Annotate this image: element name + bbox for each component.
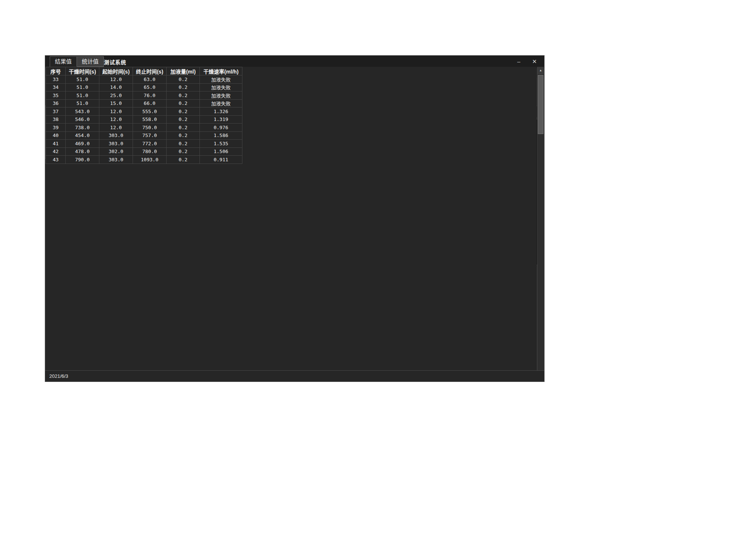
table-cell: 303.0 [99,131,133,140]
table-cell: 772.0 [133,140,167,148]
table-cell: 15.0 [99,99,133,108]
table-cell: 303.0 [99,140,133,148]
table-cell: 51.0 [66,91,99,100]
table-cell: 51.0 [66,99,99,108]
table-cell: 303.0 [99,156,133,164]
table-cell: 0.2 [167,131,200,140]
table-header-row: 序号干燥时间(s)起始时间(s)终止时间(s)加液量(ml)干燥速率(ml/h) [46,67,242,75]
table-row[interactable]: 3451.014.065.00.2加液失败 [46,83,242,91]
table-cell: 12.0 [99,115,133,124]
table-cell: 39 [46,124,66,132]
table-cell: 40 [46,131,66,140]
table-cell: 738.0 [66,124,99,132]
table-cell: 35 [46,91,66,100]
table-cell: 36 [46,99,66,108]
table-cell: 0.2 [167,115,200,124]
column-header: 序号 [46,67,66,75]
table-cell: 51.0 [66,83,99,91]
table-cell: 0.2 [167,75,200,84]
table-cell: 1093.0 [133,156,167,164]
status-date: 2021/6/3 [49,373,68,379]
results-tabs: 结果值 统计值 [50,56,104,67]
table-cell: 0.2 [167,156,200,164]
table-cell: 1.326 [200,108,242,116]
table-cell: 0.2 [167,91,200,100]
table-cell: 0.2 [167,147,200,156]
status-bar: 2021/6/3 [45,370,544,382]
table-cell: 0.2 [167,99,200,108]
table-row[interactable]: 39738.012.0750.00.20.976 [46,124,242,132]
table-cell: 546.0 [66,115,99,124]
table-cell: 790.0 [66,156,99,164]
table-cell: 469.0 [66,140,99,148]
table-row[interactable]: 37543.012.0555.00.21.326 [46,108,242,116]
table-row[interactable]: 3351.012.063.00.2加液失败 [46,75,242,84]
vertical-scrollbar[interactable]: ▲ ▼ [537,67,544,381]
table-row[interactable]: 43790.0303.01093.00.20.911 [46,156,242,164]
table-row[interactable]: 38546.012.0558.00.21.319 [46,115,242,124]
table-cell: 34 [46,83,66,91]
close-button[interactable]: ✕ [530,57,539,66]
column-header: 干燥速率(ml/h) [200,67,242,75]
table-cell: 1.506 [200,147,242,156]
table-cell: 0.2 [167,83,200,91]
table-cell: 51.0 [66,75,99,84]
table-cell: 0.2 [167,108,200,116]
minimize-button[interactable]: – [514,57,524,66]
results-panel: 结果值 统计值 序号干燥时间(s)起始时间(s)终止时间(s)加液量(ml)干燥… [45,56,427,159]
table-cell: 37 [46,108,66,116]
tab-result-values[interactable]: 结果值 [50,56,77,67]
table-cell: 543.0 [66,108,99,116]
table-cell: 66.0 [133,99,167,108]
table-cell: 76.0 [133,91,167,100]
results-table-container: 序号干燥时间(s)起始时间(s)终止时间(s)加液量(ml)干燥速率(ml/h)… [46,67,537,381]
column-header: 终止时间(s) [133,67,167,75]
table-cell: 14.0 [99,83,133,91]
app-window: MB290C干燥速率测试系统 – ✕ 文件管理 系统设置 关于 新建打开保存删除… [45,55,545,382]
table-cell: 1.535 [200,140,242,148]
table-cell: 42 [46,147,66,156]
table-cell: 0.2 [167,124,200,132]
table-cell: 33 [46,75,66,84]
table-row[interactable]: 3651.015.066.00.2加液失败 [46,99,242,108]
table-cell: 12.0 [99,124,133,132]
column-header: 起始时间(s) [99,67,133,75]
table-cell: 757.0 [133,131,167,140]
table-cell: 478.0 [66,147,99,156]
table-cell: 12.0 [99,75,133,84]
table-cell: 555.0 [133,108,167,116]
table-cell: 38 [46,115,66,124]
table-cell: 25.0 [99,91,133,100]
column-header: 干燥时间(s) [66,67,99,75]
table-cell: 63.0 [133,75,167,84]
table-cell: 12.0 [99,108,133,116]
table-cell: 加液失败 [200,75,242,84]
table-cell: 65.0 [133,83,167,91]
table-row[interactable]: 42478.0302.0780.00.21.506 [46,147,242,156]
table-cell: 0.911 [200,156,242,164]
table-cell: 1.319 [200,115,242,124]
column-header: 加液量(ml) [167,67,200,75]
tab-statistics[interactable]: 统计值 [77,56,104,67]
table-cell: 0.976 [200,124,242,132]
table-cell: 1.586 [200,131,242,140]
table-cell: 558.0 [133,115,167,124]
table-cell: 加液失败 [200,91,242,100]
results-table: 序号干燥时间(s)起始时间(s)终止时间(s)加液量(ml)干燥速率(ml/h)… [46,67,242,164]
title-bar: MB290C干燥速率测试系统 – ✕ [45,56,544,68]
table-cell: 加液失败 [200,99,242,108]
table-cell: 302.0 [99,147,133,156]
scroll-up-arrow[interactable]: ▲ [537,67,544,74]
table-row[interactable]: 3551.025.076.00.2加液失败 [46,91,242,100]
table-row[interactable]: 40454.0303.0757.00.21.586 [46,131,242,140]
table-cell: 0.2 [167,140,200,148]
table-cell: 加液失败 [200,83,242,91]
table-cell: 41 [46,140,66,148]
table-cell: 750.0 [133,124,167,132]
table-row[interactable]: 41469.0303.0772.00.21.535 [46,140,242,148]
table-cell: 43 [46,156,66,164]
scroll-thumb[interactable] [538,75,543,134]
table-cell: 780.0 [133,147,167,156]
table-cell: 454.0 [66,131,99,140]
